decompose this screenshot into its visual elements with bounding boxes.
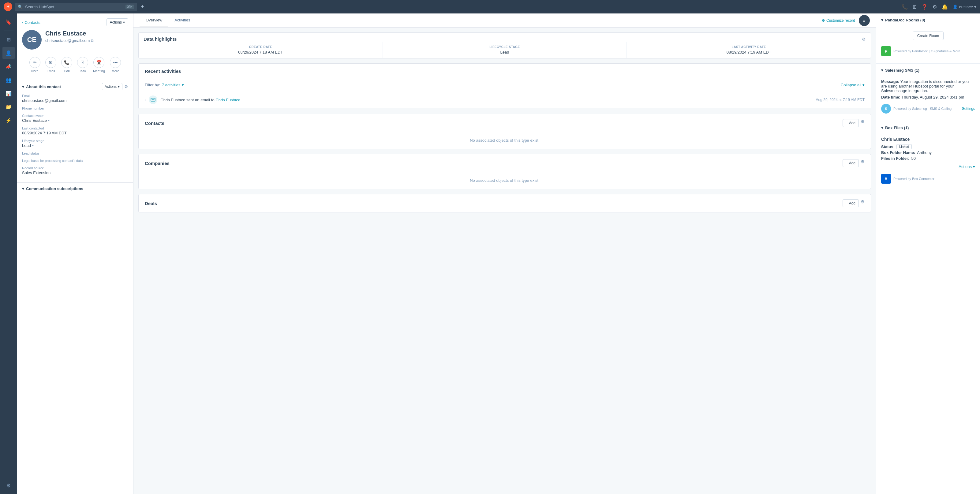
meeting-button[interactable]: 📅 Meeting bbox=[93, 57, 105, 73]
contacts-gear-icon[interactable]: ⚙ bbox=[861, 119, 865, 127]
center-tabs: Overview Activities bbox=[140, 13, 196, 27]
add-button[interactable]: + bbox=[141, 4, 144, 10]
activity-expand-icon[interactable]: › bbox=[145, 98, 146, 102]
sidebar-item-files[interactable]: 📁 bbox=[2, 101, 15, 113]
box-logo-icon: B bbox=[881, 174, 891, 184]
pandadoc-powered-by: P Powered by PandaDoc | eSignatures & Mo… bbox=[881, 44, 975, 59]
activity-text: Chris Eustace sent an email to Chris Eus… bbox=[161, 98, 813, 102]
owner-dropdown-icon[interactable]: ▾ bbox=[48, 119, 49, 122]
contacts-card: Contacts + Add ⚙ No associated objects o… bbox=[138, 114, 871, 149]
contacts-add-button[interactable]: + Add bbox=[843, 119, 859, 127]
hubspot-logo[interactable]: H bbox=[4, 2, 12, 11]
activity-item: › Chris Eustace sent an email to Chris E… bbox=[138, 91, 871, 108]
customize-record-link[interactable]: ⚙ Customize record bbox=[822, 15, 855, 26]
field-lead-status: Lead status bbox=[22, 151, 128, 155]
contact-actions-button[interactable]: Actions ▾ bbox=[107, 18, 128, 26]
field-legal-basis: Legal basis for processing contact's dat… bbox=[22, 159, 128, 163]
search-bar[interactable]: 🔍 ⌘K bbox=[15, 3, 137, 11]
filter-activities-dropdown[interactable]: 7 activities ▾ bbox=[162, 83, 184, 87]
deals-section-title: Deals bbox=[145, 201, 157, 206]
about-actions-dropdown-icon: ▾ bbox=[118, 84, 120, 89]
salesmsg-section: ▾ Salesmsg SMS (1) Message: Your integra… bbox=[876, 64, 980, 121]
sidebar-item-dashboard[interactable]: ⊞ bbox=[2, 33, 15, 46]
collapse-all-button[interactable]: Collapse all ▾ bbox=[841, 83, 865, 87]
search-input[interactable] bbox=[25, 5, 123, 9]
sidebar-item-bookmark[interactable]: 🔖 bbox=[2, 16, 15, 28]
customize-icon: ⚙ bbox=[822, 18, 825, 23]
field-last-contacted: Last contacted 08/29/2024 7:19 AM EDT bbox=[22, 126, 128, 135]
email-button[interactable]: ✉ Email bbox=[45, 57, 56, 73]
settings-icon[interactable]: ⚙ bbox=[932, 4, 937, 10]
box-actions-dropdown-icon: ▾ bbox=[973, 164, 975, 169]
user-avatar-icon: 👤 bbox=[953, 5, 958, 9]
top-nav-right: 📞 ⊞ ❓ ⚙ 🔔 👤 eustace ▾ bbox=[902, 4, 976, 10]
nav-forward-arrow[interactable]: » bbox=[859, 15, 870, 26]
back-to-contacts[interactable]: ‹ Contacts bbox=[22, 20, 40, 25]
filter-label: Filter by: 7 activities ▾ bbox=[145, 83, 184, 87]
contact-header: ‹ Contacts Actions ▾ CE Chris Eustace ch… bbox=[17, 13, 133, 79]
lifecycle-dropdown-icon[interactable]: ▾ bbox=[32, 144, 33, 147]
action-buttons-row: ✏ Note ✉ Email 📞 Call ☑ Task 📅 Meeti bbox=[22, 54, 128, 75]
tab-activities[interactable]: Activities bbox=[168, 13, 196, 27]
copy-email-icon[interactable]: ⧉ bbox=[91, 38, 94, 43]
comm-subs-header[interactable]: ▾ Communication subscriptions bbox=[17, 183, 133, 194]
box-folder-field: Box Folder Name: Anthony bbox=[881, 150, 975, 155]
salesmsg-datetime-field: Date time: Thursday, August 29, 2024 3:4… bbox=[881, 95, 975, 99]
about-actions-button[interactable]: Actions ▾ bbox=[102, 83, 123, 90]
pandadoc-section: ▾ PandaDoc Rooms (0) Create Room P Power… bbox=[876, 13, 980, 64]
data-highlights-gear-icon[interactable]: ⚙ bbox=[862, 37, 866, 41]
salesmsg-powered-by: S Powered by Salesmsg - SMS & Calling Se… bbox=[881, 101, 975, 116]
sidebar-item-sales[interactable]: 👥 bbox=[2, 74, 15, 86]
companies-gear-icon[interactable]: ⚙ bbox=[861, 159, 865, 167]
filter-dropdown-icon: ▾ bbox=[182, 83, 184, 87]
call-button[interactable]: 📞 Call bbox=[61, 57, 72, 73]
contact-avatar: CE bbox=[22, 30, 41, 49]
sidebar-item-automation[interactable]: ⚡ bbox=[2, 114, 15, 126]
task-button[interactable]: ☑ Task bbox=[77, 57, 88, 73]
deals-add-button[interactable]: + Add bbox=[843, 199, 859, 207]
user-menu[interactable]: 👤 eustace ▾ bbox=[953, 5, 976, 9]
sidebar-item-reports[interactable]: 📊 bbox=[2, 87, 15, 99]
grid-icon[interactable]: ⊞ bbox=[913, 4, 916, 10]
sidebar-item-settings[interactable]: ⚙ bbox=[2, 479, 15, 492]
create-room-button[interactable]: Create Room bbox=[913, 32, 943, 40]
contacts-section-title: Contacts bbox=[145, 121, 164, 126]
about-settings-icon[interactable]: ⚙ bbox=[124, 84, 128, 89]
note-button[interactable]: ✏ Note bbox=[29, 57, 40, 73]
actions-dropdown-icon: ▾ bbox=[123, 20, 125, 24]
sidebar-item-marketing[interactable]: 📣 bbox=[2, 60, 15, 73]
comm-subs-section: ▾ Communication subscriptions bbox=[17, 183, 133, 195]
center-tabs-bar: Overview Activities ⚙ Customize record » bbox=[134, 13, 876, 27]
highlight-lifecycle-stage: LIFECYCLE STAGE Lead bbox=[383, 41, 627, 58]
notifications-icon[interactable]: 🔔 bbox=[942, 4, 948, 10]
sidebar-item-contacts[interactable]: 👤 bbox=[2, 47, 15, 59]
salesmsg-header[interactable]: ▾ Salesmsg SMS (1) bbox=[876, 64, 980, 77]
about-section-header[interactable]: ▾ About this contact Actions ▾ ⚙ bbox=[17, 79, 133, 94]
box-actions-button[interactable]: Actions ▾ bbox=[959, 164, 975, 169]
contact-name: Chris Eustace bbox=[45, 30, 94, 37]
salesmsg-logo-icon: S bbox=[881, 104, 891, 113]
field-phone: Phone number bbox=[22, 107, 128, 110]
more-actions-button[interactable]: ••• More bbox=[110, 57, 121, 73]
about-fields: Email chriseustace@gmail.com Phone numbe… bbox=[17, 94, 133, 182]
field-owner: Contact owner Chris Eustace ▾ bbox=[22, 114, 128, 123]
tab-overview[interactable]: Overview bbox=[140, 13, 168, 27]
companies-card: Companies + Add ⚙ No associated objects … bbox=[138, 154, 871, 189]
salesmsg-message-field: Message: Your integration is disconnecte… bbox=[881, 79, 975, 93]
top-navigation: H 🔍 ⌘K + 📞 ⊞ ❓ ⚙ 🔔 👤 eustace ▾ bbox=[0, 0, 980, 13]
main-layout: ‹ Contacts Actions ▾ CE Chris Eustace ch… bbox=[17, 13, 980, 494]
back-chevron-icon: ‹ bbox=[22, 20, 23, 25]
salesmsg-settings-link[interactable]: Settings bbox=[962, 107, 975, 111]
field-email: Email chriseustace@gmail.com bbox=[22, 94, 128, 103]
center-panel: Overview Activities ⚙ Customize record »… bbox=[134, 13, 876, 494]
pandadoc-header[interactable]: ▾ PandaDoc Rooms (0) bbox=[876, 13, 980, 27]
companies-add-button[interactable]: + Add bbox=[843, 159, 859, 167]
box-collapse-icon: ▾ bbox=[881, 126, 883, 130]
deals-card: Deals + Add ⚙ bbox=[138, 194, 871, 212]
activity-contact-link[interactable]: Chris Eustace bbox=[215, 98, 240, 102]
deals-gear-icon[interactable]: ⚙ bbox=[861, 199, 865, 207]
data-highlights-title: Data highlights bbox=[143, 37, 177, 41]
phone-icon[interactable]: 📞 bbox=[902, 4, 908, 10]
box-header[interactable]: ▾ Box Files (1) bbox=[876, 121, 980, 134]
help-icon[interactable]: ❓ bbox=[921, 4, 928, 10]
